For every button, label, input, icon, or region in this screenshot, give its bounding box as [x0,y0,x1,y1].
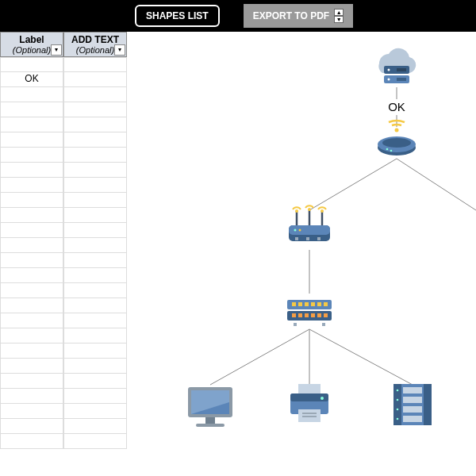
table-cell[interactable] [0,268,63,283]
table-cell[interactable] [0,223,63,238]
table-cell[interactable]: OK [0,72,63,87]
table-cell[interactable] [0,163,63,178]
svg-point-18 [386,148,389,151]
table-row[interactable] [0,344,135,359]
monitor-icon[interactable] [188,387,232,427]
table-cell[interactable] [63,268,127,283]
table-cell[interactable] [0,419,63,434]
table-cell[interactable] [0,117,63,132]
table-row[interactable] [0,253,135,268]
table-cell[interactable] [0,313,63,328]
header-label[interactable]: Label (Optional) ▾ [0,32,63,57]
table-cell[interactable] [63,148,127,163]
table-row[interactable] [0,117,135,132]
toolbar: SHAPES LIST EXPORT TO PDF ▲ ▼ [0,0,476,32]
switch-icon[interactable] [287,300,332,326]
table-cell[interactable] [63,87,127,102]
table-row[interactable] [0,298,135,313]
table-row[interactable] [0,374,135,389]
table-row[interactable] [0,132,135,148]
table-cell[interactable] [63,434,127,449]
table-row[interactable] [0,313,135,328]
spinner-down-icon[interactable]: ▼ [334,16,344,23]
header-title: Label [1,34,63,45]
table-cell[interactable] [0,87,63,102]
table-row[interactable] [0,148,135,163]
table-cell[interactable] [63,328,127,344]
table-cell[interactable] [0,344,63,359]
table-cell[interactable] [0,283,63,298]
table-cell[interactable] [63,193,127,208]
header-addtext[interactable]: ADD TEXT (Optional) ▾ [63,32,127,57]
table-cell[interactable] [63,298,127,313]
table-cell[interactable] [63,132,127,148]
shapes-list-button[interactable]: SHAPES LIST [135,5,220,27]
table-cell[interactable] [0,57,63,72]
diagram-canvas[interactable]: OK [135,32,476,476]
spinner-up-icon[interactable]: ▲ [334,9,344,16]
table-row[interactable] [0,389,135,404]
table-row[interactable] [0,238,135,253]
table-cell[interactable] [0,132,63,148]
filter-icon[interactable]: ▾ [114,44,125,56]
table-cell[interactable] [63,57,127,72]
table-cell[interactable] [63,102,127,117]
table-cell[interactable] [0,238,63,253]
table-row[interactable] [0,208,135,223]
table-cell[interactable] [0,298,63,313]
table-cell[interactable] [63,389,127,404]
table-cell[interactable] [63,313,127,328]
table-cell[interactable] [63,163,127,178]
table-cell[interactable] [63,178,127,193]
table-cell[interactable] [0,359,63,374]
svg-rect-66 [403,416,422,422]
table-row[interactable] [0,178,135,193]
table-cell[interactable] [0,404,63,419]
svg-rect-63 [403,387,422,393]
table-row[interactable] [0,359,135,374]
table-cell[interactable] [63,117,127,132]
table-cell[interactable] [0,148,63,163]
table-row[interactable]: OK [0,72,135,87]
table-row[interactable] [0,404,135,419]
table-row[interactable] [0,283,135,298]
table-cell[interactable] [0,328,63,344]
table-cell[interactable] [0,389,63,404]
table-row[interactable] [0,434,135,449]
table-cell[interactable] [0,193,63,208]
table-cell[interactable] [63,344,127,359]
table-cell[interactable] [63,253,127,268]
table-cell[interactable] [63,419,127,434]
table-row[interactable] [0,419,135,434]
node-label-ok: OK [388,100,405,113]
cloud-server-icon[interactable] [378,48,416,83]
table-cell[interactable] [0,434,63,449]
table-row[interactable] [0,163,135,178]
table-row[interactable] [0,87,135,102]
table-cell[interactable] [63,359,127,374]
table-cell[interactable] [63,374,127,389]
table-cell[interactable] [0,208,63,223]
table-row[interactable] [0,102,135,117]
table-cell[interactable] [63,283,127,298]
server-icon[interactable] [393,384,432,425]
printer-icon[interactable] [290,384,328,422]
table-row[interactable] [0,193,135,208]
table-cell[interactable] [63,72,127,87]
table-row[interactable] [0,223,135,238]
table-cell[interactable] [0,253,63,268]
table-cell[interactable] [63,238,127,253]
table-row[interactable] [0,328,135,344]
router-icon[interactable] [289,205,330,241]
table-cell[interactable] [0,374,63,389]
table-row[interactable] [0,268,135,283]
table-cell[interactable] [63,404,127,419]
export-pdf-button[interactable]: EXPORT TO PDF ▲ ▼ [244,4,353,28]
svg-rect-53 [298,384,321,393]
table-cell[interactable] [63,223,127,238]
table-cell[interactable] [63,208,127,223]
table-cell[interactable] [0,178,63,193]
table-row[interactable] [0,57,135,72]
table-cell[interactable] [0,102,63,117]
filter-icon[interactable]: ▾ [51,44,62,56]
